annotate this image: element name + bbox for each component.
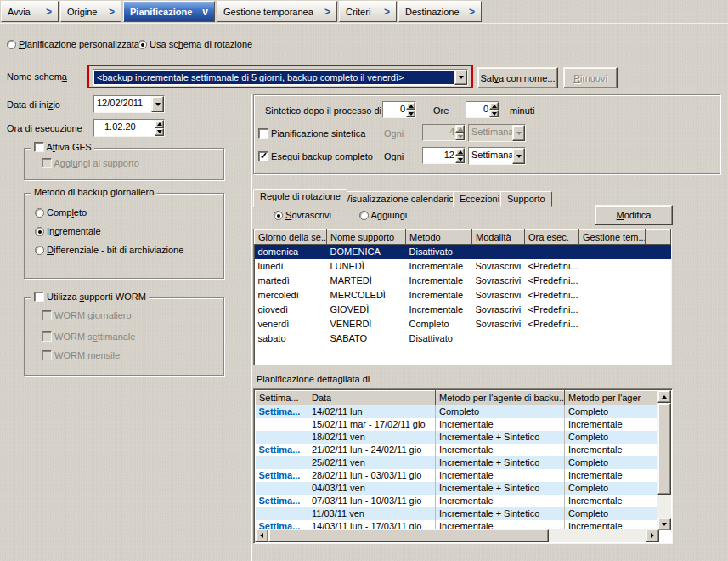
run-time-value: 1.02.20	[94, 120, 155, 136]
full-unit-combobox[interactable]: Settimana/	[468, 147, 526, 165]
radio-usa-schema-rotazione[interactable]: Usa schema di rotazione	[138, 39, 252, 49]
data-cell: 28/02/11 lun - 03/03/11 gio	[308, 469, 436, 482]
tab-visualizzazione-calendario[interactable]: Visualizzazione calendario	[337, 191, 460, 207]
radio-aggiungi[interactable]: Aggiungi	[359, 210, 407, 220]
scroll-up-icon[interactable]	[657, 390, 671, 403]
tab-destinazione[interactable]: Destinazione>	[398, 1, 482, 22]
tab-origine[interactable]: Origine>	[60, 1, 121, 22]
scrollbar-thumb[interactable]	[268, 529, 549, 542]
filler-cell	[646, 245, 671, 259]
metodo2-cell: Incrementale	[565, 418, 657, 431]
col-metodo-agente-2[interactable]: Metodo per l'ager	[565, 391, 657, 405]
spinner[interactable]	[455, 148, 465, 163]
synthetic-every-field[interactable]: 4	[422, 124, 466, 141]
col-data[interactable]: Data	[308, 391, 436, 405]
data-cell: 14/02/11 lun	[308, 405, 436, 418]
dropdown-arrow-icon[interactable]	[454, 70, 467, 85]
gfs-append-checkbox[interactable]: Aggiungi al supporto	[42, 158, 139, 168]
scroll-left-icon[interactable]	[255, 529, 268, 542]
radio-incrementale[interactable]: Incrementale	[35, 226, 101, 236]
horizontal-scrollbar[interactable]	[255, 529, 659, 542]
dropdown-arrow-icon[interactable]	[512, 148, 525, 164]
col-settimana[interactable]: Settima...	[256, 391, 308, 405]
minutes-spinner[interactable]	[489, 102, 499, 117]
giorno-cell: sabato	[255, 332, 327, 346]
col-ora-esec[interactable]: Ora esec.	[525, 230, 579, 245]
tab-pianificazione[interactable]: Pianificazionev	[123, 1, 215, 22]
gfs-enable-checkbox[interactable]: Attiva GFS	[31, 142, 94, 152]
modalita-cell: Sovrascrivi	[472, 259, 525, 274]
metodo2-cell: Completo	[565, 405, 657, 418]
worm-enable-checkbox[interactable]: Utilizza supporti WORM	[31, 292, 149, 302]
filler-cell	[646, 317, 671, 332]
col-metodo[interactable]: Metodo	[406, 230, 472, 245]
table-row[interactable]: lunedìLUNEDÌIncrementaleSovrascrivi<Pred…	[255, 259, 671, 274]
radio-completo[interactable]: Completo	[35, 207, 87, 218]
scrollbar-thumb[interactable]	[657, 403, 671, 495]
start-date-field[interactable]: 12/02/2011	[93, 95, 165, 113]
hours-value: 0	[383, 102, 406, 117]
metodo1-cell: Completo	[436, 405, 565, 418]
run-time-label: Ora di esecuzione	[7, 123, 82, 133]
radio-differenziale[interactable]: Differenziale - bit di archiviazione	[35, 245, 183, 255]
col-nome-supporto[interactable]: Nome supporto	[327, 230, 406, 245]
run-time-field[interactable]: 1.02.20	[93, 119, 165, 137]
full-backup-checkbox[interactable]: Esegui backup completo	[258, 151, 373, 162]
checkbox-icon	[42, 332, 52, 342]
tab-criteri[interactable]: Criteri>	[339, 1, 397, 22]
edit-button[interactable]: Modifica	[595, 205, 673, 225]
table-row[interactable]: Settima...21/02/11 lun - 24/02/11 gioInc…	[256, 444, 657, 456]
tab-avvia[interactable]: Avvia>	[1, 1, 59, 22]
synthetic-minutes-field[interactable]: 0	[466, 101, 499, 118]
table-row[interactable]: 04/03/11 venIncrementale + SinteticoComp…	[256, 482, 657, 495]
table-row[interactable]: giovedìGIOVEDÌIncrementaleSovrascrivi<Pr…	[255, 303, 671, 317]
radio-pianificazione-personalizzata[interactable]: Pianificazione personalizzata	[7, 39, 139, 49]
col-giorno[interactable]: Giorno della se...	[255, 230, 327, 245]
table-row[interactable]: 25/02/11 venIncrementale + SinteticoComp…	[256, 456, 657, 469]
tab-regole-di-rotazione[interactable]: Regole di rotazione	[253, 189, 347, 207]
table-row[interactable]: mercoledìMERCOLEDÌIncrementaleSovrascriv…	[255, 288, 671, 303]
full-every-label: Ogni	[384, 151, 404, 162]
table-row[interactable]: 11/03/11 venIncrementale + SinteticoComp…	[256, 507, 657, 520]
wizard-tabbar: Avvia> Origine> Pianificazionev Gestione…	[0, 0, 728, 24]
table-header-row: Settima... Data Metodo per l'agente di b…	[256, 391, 657, 405]
table-row[interactable]: venerdìVENERDÌCompletoSovrascrivi<Predef…	[255, 317, 671, 332]
col-gestione[interactable]: Gestione tem...	[579, 230, 646, 245]
synthetic-schedule-checkbox[interactable]: Pianificazione sintetica	[258, 128, 365, 139]
table-row[interactable]: domenicaDOMENICADisattivato	[255, 245, 671, 259]
full-every-field[interactable]: 12	[422, 147, 466, 164]
tab-eccezioni[interactable]: Eccezioni	[453, 191, 506, 207]
gfs-groupbox: Attiva GFS Aggiungi al supporto	[24, 148, 224, 180]
tab-gestione-temporanea[interactable]: Gestione temporanea>	[217, 1, 337, 22]
table-row[interactable]: 18/02/11 venIncrementale + SinteticoComp…	[256, 431, 657, 444]
col-metodo-agente-1[interactable]: Metodo per l'agente di backu...	[436, 391, 565, 405]
save-as-button[interactable]: Salva con nome...	[477, 67, 558, 88]
radio-sovrascrivi[interactable]: Sovrascrivi	[274, 210, 331, 220]
synthetic-unit-combobox[interactable]: Settimana/	[468, 124, 526, 142]
metodo1-cell: Incrementale	[436, 469, 565, 482]
table-row[interactable]: Settima...07/03/11 lun - 10/03/11 gioInc…	[256, 495, 657, 507]
schema-name-combobox[interactable]: <backup incrementale settimanale di 5 gi…	[93, 69, 468, 86]
schema-highlight-box: <backup incrementale settimanale di 5 gi…	[87, 65, 473, 88]
nome-cell: SABATO	[327, 332, 406, 346]
table-row[interactable]: 15/02/11 mar - 17/02/11 gioIncrementaleI…	[256, 418, 657, 431]
col-modalita[interactable]: Modalità	[472, 230, 525, 245]
table-row[interactable]: Settima...28/02/11 lun - 03/03/11 gioInc…	[256, 469, 657, 482]
remove-button[interactable]: Rimuovi	[563, 67, 618, 88]
scroll-right-icon[interactable]	[646, 529, 659, 542]
table-row[interactable]: sabatoSABATODisattivato	[255, 332, 671, 346]
time-spinner[interactable]	[155, 120, 164, 136]
table-row[interactable]: martedìMARTEDÌIncrementaleSovrascrivi<Pr…	[255, 274, 671, 288]
table-row[interactable]: Settima...14/02/11 lunCompletoCompleto	[256, 405, 657, 418]
tab-supporto[interactable]: Supporto	[500, 191, 552, 207]
worm-weekly-checkbox[interactable]: WORM settimanale	[42, 332, 135, 342]
vertical-scrollbar[interactable]	[657, 390, 671, 530]
start-date-value: 12/02/2011	[94, 96, 151, 112]
synthetic-hours-field[interactable]: 0	[382, 101, 416, 118]
dropdown-arrow-icon[interactable]	[151, 96, 164, 112]
scroll-down-icon[interactable]	[657, 518, 671, 530]
hours-spinner[interactable]	[406, 102, 415, 117]
worm-monthly-checkbox[interactable]: WORM mensile	[42, 350, 120, 360]
worm-daily-checkbox[interactable]: WORM giornaliero	[42, 310, 132, 320]
synthetic-unit-value: Settimana/	[469, 125, 512, 141]
